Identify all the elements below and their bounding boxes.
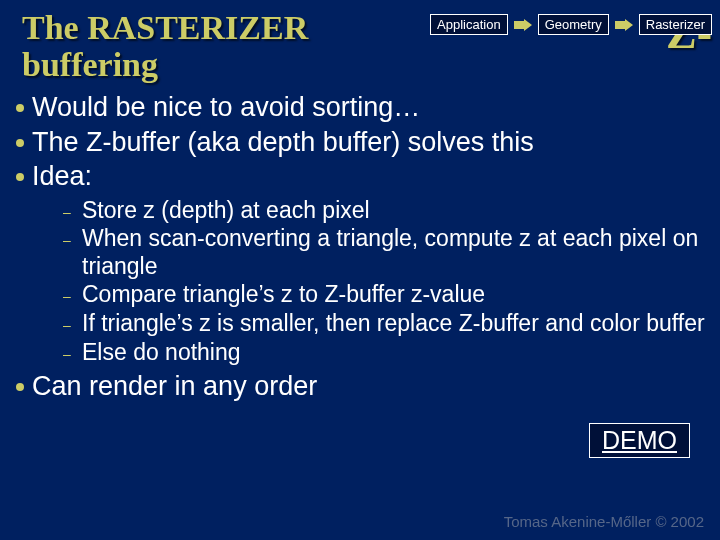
slide-content: Would be nice to avoid sorting… The Z-bu…: [0, 83, 720, 402]
dash-icon: –: [62, 317, 72, 333]
sub-bullet-text: When scan-converting a triangle, compute…: [82, 225, 706, 280]
bullet-text: Idea:: [32, 160, 92, 192]
demo-button[interactable]: DEMO: [589, 423, 690, 458]
sub-bullet-text: Store z (depth) at each pixel: [82, 197, 370, 225]
bullet-item: Idea:: [16, 160, 706, 192]
sub-bullet-text: Else do nothing: [82, 339, 241, 367]
sub-bullet-text: If triangle’s z is smaller, then replace…: [82, 310, 705, 338]
bullet-text: Would be nice to avoid sorting…: [32, 91, 420, 123]
sub-bullet-item: – Else do nothing: [62, 339, 706, 367]
title-block: The RASTERIZER buffering: [22, 10, 430, 83]
sub-bullet-item: – If triangle’s z is smaller, then repla…: [62, 310, 706, 338]
sub-bullet-list: – Store z (depth) at each pixel – When s…: [62, 197, 706, 367]
bullet-text: Can render in any order: [32, 370, 317, 402]
bullet-icon: [16, 383, 24, 391]
bullet-icon: [16, 139, 24, 147]
stage-application: Application: [430, 14, 508, 35]
svg-marker-0: [514, 19, 532, 31]
arrow-icon: [514, 19, 532, 31]
stage-rasterizer: Rasterizer: [639, 14, 712, 35]
sub-bullet-item: – When scan-converting a triangle, compu…: [62, 225, 706, 280]
sub-bullet-item: – Store z (depth) at each pixel: [62, 197, 706, 225]
bullet-text: The Z-buffer (aka depth buffer) solves t…: [32, 126, 534, 158]
bullet-icon: [16, 104, 24, 112]
title-line-2: buffering: [22, 47, 430, 84]
dash-icon: –: [62, 204, 72, 220]
dash-icon: –: [62, 232, 72, 248]
title-line-1: The RASTERIZER: [22, 10, 430, 47]
dash-icon: –: [62, 288, 72, 304]
sub-bullet-item: – Compare triangle’s z to Z-buffer z-val…: [62, 281, 706, 309]
slide-footer: Tomas Akenine-Mőller © 2002: [504, 513, 704, 530]
svg-marker-1: [615, 19, 633, 31]
bullet-item: The Z-buffer (aka depth buffer) solves t…: [16, 126, 706, 158]
demo-label: DEMO: [602, 426, 677, 454]
stage-geometry: Geometry: [538, 14, 609, 35]
sub-bullet-text: Compare triangle’s z to Z-buffer z-value: [82, 281, 485, 309]
slide-header: The RASTERIZER buffering Z- Application …: [0, 0, 720, 83]
pipeline-diagram: Z- Application Geometry Rasterizer: [430, 10, 712, 35]
dash-icon: –: [62, 346, 72, 362]
bullet-icon: [16, 173, 24, 181]
bullet-item: Would be nice to avoid sorting…: [16, 91, 706, 123]
bullet-item: Can render in any order: [16, 370, 706, 402]
arrow-icon: [615, 19, 633, 31]
